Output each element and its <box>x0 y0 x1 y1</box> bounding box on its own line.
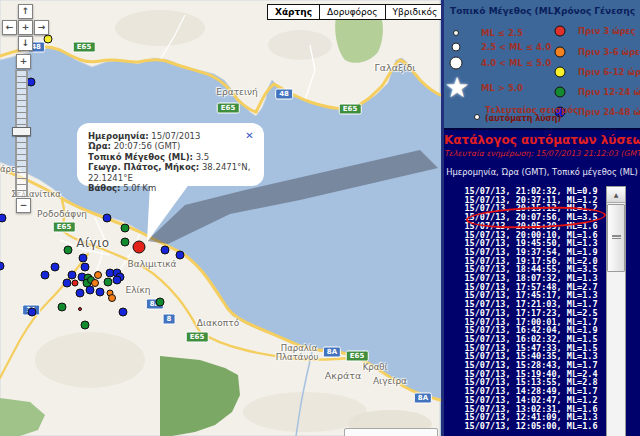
mountain-shade <box>243 392 367 432</box>
time-legend-label: Πριν 24-48 ώρες <box>578 107 640 117</box>
earthquake-marker[interactable] <box>94 271 102 279</box>
earthquake-marker[interactable] <box>81 263 90 272</box>
road-badge: E65 <box>53 222 76 233</box>
earthquake-marker[interactable] <box>176 251 185 260</box>
road-badge: 8Α <box>323 347 341 358</box>
pan-up-button[interactable]: ↑ <box>18 4 33 19</box>
map-attribution-box <box>344 428 438 436</box>
mountain-shade <box>268 30 332 60</box>
pan-right-button[interactable]: → <box>34 20 49 35</box>
earthquake-marker[interactable] <box>44 35 53 44</box>
earthquake-marker[interactable] <box>58 303 67 312</box>
road-badge: 8Α <box>414 393 432 404</box>
earthquake-marker[interactable] <box>63 279 72 288</box>
road-badge: E65 <box>346 351 369 362</box>
zoom-slider-handle[interactable] <box>12 127 31 136</box>
zoom-out-button[interactable]: − <box>16 198 31 213</box>
earthquake-marker[interactable] <box>121 238 130 247</box>
catalog-row: 15/07/13, 12:05:00, ML=1.6 <box>452 422 610 431</box>
earthquake-marker[interactable] <box>96 288 105 297</box>
time-legend-label: Πριν 3 ώρες <box>578 26 635 36</box>
recenter-icon: + <box>22 22 30 32</box>
info-line: Βάθος: 5.0f Km <box>88 183 254 193</box>
earthquake-marker[interactable] <box>28 308 37 317</box>
earthquake-marker[interactable] <box>79 254 88 263</box>
map-type-button-Χάρτης[interactable]: Χάρτης <box>267 4 320 20</box>
earthquake-marker[interactable] <box>103 214 112 223</box>
zoom-in-button[interactable]: + <box>16 54 31 69</box>
arrow-left-icon: ← <box>6 22 14 32</box>
magnitude-legend-title: Τοπικό Μέγεθος (ML) <box>450 6 558 16</box>
star-icon: ★ <box>444 74 469 102</box>
time-circle-icon <box>555 47 566 58</box>
info-line: Ώρα: 20:07:56 (GMT) <box>88 141 254 151</box>
road-badge: E65 <box>186 332 209 343</box>
map-type-button-Υβριδικός[interactable]: Υβριδικός <box>386 4 441 20</box>
magnitude-legend-label: 2.5 < ML ≤ 4.0 <box>481 42 551 52</box>
plus-icon: + <box>20 56 28 66</box>
scrollbar-thumb[interactable] <box>607 204 625 272</box>
scrollbar-up-button[interactable]: ▲ <box>607 187 625 203</box>
pan-left-button[interactable]: ← <box>2 20 17 35</box>
earthquake-marker[interactable] <box>64 246 73 255</box>
earthquake-marker[interactable] <box>51 263 60 272</box>
arrow-down-icon: ↓ <box>22 38 30 48</box>
minus-icon: − <box>20 200 28 210</box>
earthquake-marker[interactable] <box>113 276 122 285</box>
earthquake-marker[interactable] <box>156 298 165 307</box>
scrollbar-grip-icon <box>612 235 621 239</box>
earthquake-marker[interactable] <box>121 224 130 233</box>
road-badge: 8 <box>163 314 176 325</box>
pan-center-button[interactable]: + <box>18 20 33 35</box>
road-badge: 48 <box>275 89 293 100</box>
road-badge: E65 <box>73 42 96 53</box>
earthquake-marker[interactable] <box>119 308 128 317</box>
map-type-button-Δορυφόρος[interactable]: Δορυφόρος <box>320 4 386 20</box>
time-legend-label: Πριν 3-6 ώρες <box>578 47 640 57</box>
earthquake-marker[interactable] <box>76 289 85 298</box>
time-legend-label: Πριν 12-24 ώρες <box>578 87 640 97</box>
info-window-content: Ημερομηνία: 15/07/2013Ώρα: 20:07:56 (GMT… <box>77 123 264 193</box>
info-line: Γεωγρ. Πλάτος, Μήκος: 38.2471°N, 22.1241… <box>88 162 254 183</box>
magnitude-circle-icon <box>453 30 459 36</box>
catalog-last-update: Τελευταία ενημέρωση: 15/07/2013 21:12:03… <box>444 149 640 158</box>
earthquake-marker[interactable] <box>133 241 146 254</box>
map-type-switcher: ΧάρτηςΔορυφόροςΥβριδικός <box>267 4 441 20</box>
magnitude-circle-icon <box>450 57 463 70</box>
close-icon[interactable]: ✕ <box>244 130 255 141</box>
time-circle-icon <box>555 26 566 37</box>
earthquake-marker[interactable] <box>86 286 95 295</box>
earthquake-marker[interactable] <box>104 278 113 287</box>
road-badge: E65 <box>217 103 240 114</box>
time-circle-icon <box>555 87 566 98</box>
catalog-column-header: Ημερομηνία, Ώρα (GMT), Τοπικό μέγεθος (M… <box>444 167 640 177</box>
earthquake-marker[interactable] <box>78 307 82 311</box>
last-quake-marker-icon <box>474 114 480 120</box>
time-circle-icon <box>555 67 566 78</box>
magnitude-legend-label: ML ≤ 2.5 <box>481 28 523 38</box>
earthquake-monitor-app: ΓαλαξίδιΕρατεινήΚαμάρεςΣελιανίτικαΡοδοδά… <box>0 0 640 436</box>
magnitude-circle-icon <box>452 43 461 52</box>
side-panel: Τοπικό Μέγεθος (ML) Χρόνος Γένεσης ML ≤ … <box>441 0 640 436</box>
pan-down-button[interactable]: ↓ <box>18 36 33 51</box>
mountain-shade <box>35 332 145 388</box>
earthquake-marker[interactable] <box>161 246 170 255</box>
map-canvas[interactable]: ΓαλαξίδιΕρατεινήΚαμάρεςΣελιανίτικαΡοδοδά… <box>0 0 441 436</box>
road-badge: E65 <box>339 104 362 115</box>
earthquake-marker[interactable] <box>72 280 79 287</box>
time-legend-label: Πριν 6-12 ώρες <box>578 67 640 77</box>
magnitude-legend-label: 4.0 < ML ≤ 5.0 <box>481 58 551 68</box>
info-line: Τοπικό Μέγεθος (ML): 3.5 <box>88 152 254 162</box>
magnitude-legend-label: ML > 5.0 <box>481 83 523 93</box>
time-legend-title: Χρόνος Γένεσης <box>554 6 635 16</box>
catalog-title: Κατάλογος αυτόματων λύσεων <box>444 133 640 147</box>
earthquake-info-window: ✕ Ημερομηνία: 15/07/2013Ώρα: 20:07:56 (G… <box>77 123 264 186</box>
arrow-right-icon: → <box>38 22 46 32</box>
legend: Τοπικό Μέγεθος (ML) Χρόνος Γένεσης ML ≤ … <box>444 0 640 130</box>
scroll-up-icon: ▲ <box>614 191 619 198</box>
earthquake-marker[interactable] <box>41 271 50 280</box>
earthquake-marker[interactable] <box>81 321 90 330</box>
arrow-up-icon: ↑ <box>22 6 30 16</box>
catalog-scrollbar[interactable]: ▲ <box>606 186 626 436</box>
earthquake-marker[interactable] <box>108 294 116 302</box>
